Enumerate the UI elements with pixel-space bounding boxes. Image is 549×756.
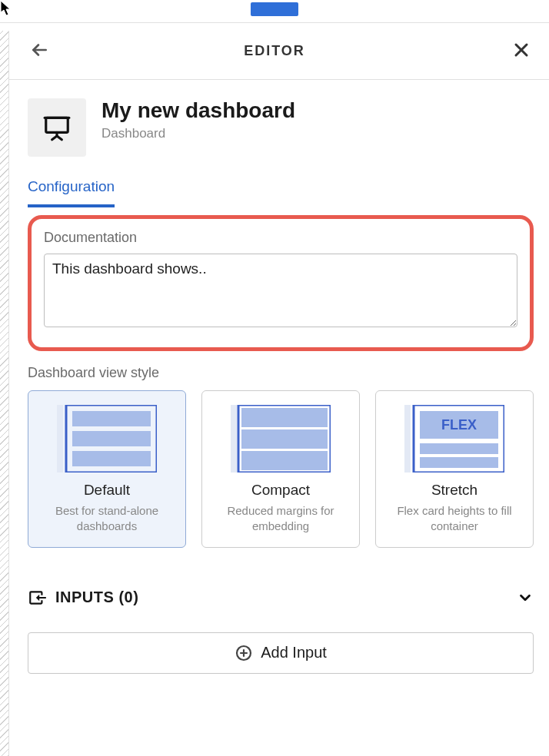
view-card-desc: Flex card heights to fill container	[384, 503, 525, 535]
view-style-default[interactable]: Default Best for stand-alone dashboards	[28, 390, 186, 548]
view-style-stretch[interactable]: FLEX Stretch Flex card heights to fill c…	[375, 390, 534, 548]
active-tab-indicator[interactable]	[251, 2, 298, 16]
inputs-section-header[interactable]: INPUTS (0)	[28, 585, 534, 611]
svg-text:FLEX: FLEX	[441, 417, 477, 433]
svg-rect-12	[72, 451, 151, 466]
dashboard-title: My new dashboard	[101, 98, 295, 123]
title-row: My new dashboard Dashboard	[28, 98, 534, 157]
svg-rect-13	[231, 405, 237, 472]
view-card-title: Stretch	[384, 482, 525, 499]
documentation-highlight: Documentation	[28, 215, 534, 351]
close-icon	[512, 41, 531, 59]
svg-rect-16	[241, 429, 328, 449]
presentation-icon	[42, 113, 72, 142]
chevron-down-icon	[517, 589, 534, 606]
inputs-title: INPUTS (0)	[55, 589, 138, 606]
documentation-label: Documentation	[44, 230, 517, 246]
view-card-title: Default	[36, 482, 178, 499]
view-style-options: Default Best for stand-alone dashboards …	[28, 390, 534, 548]
svg-rect-23	[420, 457, 498, 468]
view-style-label: Dashboard view style	[28, 365, 534, 381]
svg-rect-22	[420, 443, 498, 454]
view-card-desc: Reduced margins for embedding	[210, 503, 351, 535]
documentation-textarea[interactable]	[44, 254, 517, 327]
input-icon	[28, 588, 48, 608]
view-card-title: Compact	[210, 482, 351, 499]
svg-rect-18	[404, 405, 411, 472]
svg-rect-15	[241, 408, 328, 427]
svg-rect-17	[241, 451, 328, 470]
compact-thumb	[210, 405, 351, 472]
editor-header: EDITOR	[9, 23, 549, 80]
view-card-desc: Best for stand-alone dashboards	[36, 503, 178, 535]
dashboard-subtitle: Dashboard	[101, 126, 295, 141]
view-style-compact[interactable]: Compact Reduced margins for embedding	[201, 390, 360, 548]
add-input-button[interactable]: Add Input	[28, 632, 534, 674]
svg-rect-10	[72, 411, 151, 426]
tab-configuration[interactable]: Configuration	[28, 175, 115, 207]
arrow-left-icon	[29, 40, 49, 60]
back-button[interactable]	[25, 35, 54, 67]
plus-circle-icon	[235, 644, 253, 662]
default-thumb	[36, 405, 178, 472]
add-input-label: Add Input	[261, 644, 327, 662]
svg-rect-8	[57, 405, 63, 472]
dashboard-icon-box	[28, 98, 86, 157]
header-title: EDITOR	[244, 43, 305, 59]
top-bar	[0, 0, 549, 23]
svg-rect-11	[72, 431, 151, 446]
resize-handle[interactable]	[0, 31, 9, 756]
svg-rect-3	[46, 118, 68, 132]
stretch-thumb: FLEX	[384, 405, 525, 472]
close-button[interactable]	[509, 38, 534, 65]
svg-line-7	[57, 136, 62, 140]
